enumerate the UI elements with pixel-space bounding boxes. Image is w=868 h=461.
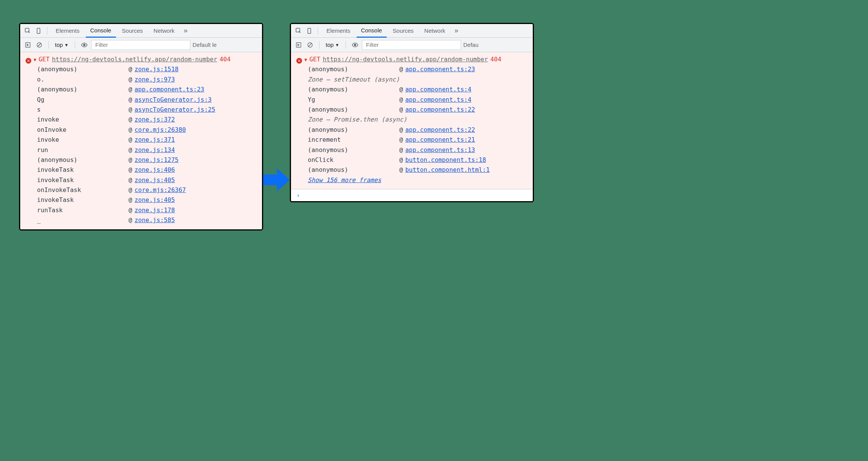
zone-async-label: Zone — Promise.then (async) — [291, 115, 533, 125]
stack-source-link[interactable]: app.component.ts:23 — [135, 85, 204, 94]
stack-source-link[interactable]: app.component.ts:13 — [405, 145, 475, 155]
toolbar-separator — [318, 27, 318, 35]
stack-function: (anonymous) — [37, 85, 129, 94]
error-header[interactable]: ✕ ▼ GET https://ng-devtools.netlify.app/… — [291, 54, 533, 64]
stack-source-link[interactable]: zone.js:405 — [135, 195, 175, 205]
at-symbol: @ — [129, 205, 132, 215]
filter-input[interactable] — [91, 40, 190, 50]
at-symbol: @ — [129, 175, 132, 185]
tab-network[interactable]: Network — [420, 24, 450, 38]
at-symbol: @ — [129, 195, 132, 205]
log-levels[interactable]: Default le — [193, 42, 217, 48]
stack-source-link[interactable]: zone.js:973 — [135, 75, 175, 85]
stack-source-link[interactable]: asyncToGenerator.js:25 — [135, 105, 215, 115]
stack-frame: (anonymous)@zone.js:1275 — [20, 155, 262, 165]
filter-input[interactable] — [362, 40, 461, 50]
at-symbol: @ — [399, 85, 403, 94]
stack-source-link[interactable]: zone.js:405 — [135, 175, 175, 185]
live-expression-icon[interactable] — [80, 40, 89, 50]
stack-function: runTask — [37, 205, 129, 215]
stack-source-link[interactable]: app.component.ts:22 — [405, 125, 475, 135]
devtools-panel-left: Elements Console Sources Network » top ▼… — [19, 23, 263, 230]
console-sidebar-toggle-icon[interactable] — [23, 40, 32, 50]
at-symbol: @ — [129, 64, 132, 74]
context-selector[interactable]: top ▼ — [324, 42, 341, 48]
stack-source-link[interactable]: app.component.ts:23 — [405, 64, 475, 74]
stack-function: s — [37, 105, 129, 115]
stack-function: invokeTask — [37, 175, 129, 185]
stack-source-link[interactable]: zone.js:585 — [135, 215, 175, 225]
device-toggle-icon[interactable] — [305, 26, 314, 35]
stack-source-link[interactable]: core.mjs:26380 — [135, 125, 186, 135]
tab-network[interactable]: Network — [149, 24, 179, 38]
stack-function: invokeTask — [37, 165, 129, 175]
stack-source-link[interactable]: zone.js:371 — [135, 135, 175, 145]
log-levels[interactable]: Defau — [463, 42, 479, 48]
stack-function: _ — [37, 215, 129, 225]
show-more-frames[interactable]: Show 156 more frames — [291, 175, 533, 185]
console-output: ✕ ▼ GET https://ng-devtools.netlify.app/… — [291, 52, 533, 189]
at-symbol: @ — [399, 95, 403, 105]
error-url[interactable]: https://ng-devtools.netlify.app/random-n… — [323, 54, 488, 64]
stack-source-link[interactable]: zone.js:372 — [135, 115, 175, 125]
at-symbol: @ — [399, 145, 403, 155]
stack-function: invokeTask — [37, 195, 129, 205]
tab-console[interactable]: Console — [86, 24, 116, 38]
stack-frame: runTask@zone.js:178 — [20, 205, 262, 215]
stack-source-link[interactable]: app.component.ts:21 — [405, 135, 475, 145]
stack-source-link[interactable]: zone.js:406 — [135, 165, 175, 175]
tab-console[interactable]: Console — [357, 24, 387, 38]
clear-console-icon[interactable] — [305, 40, 315, 50]
at-symbol: @ — [129, 115, 132, 125]
error-icon: ✕ — [26, 58, 31, 64]
stack-function: Qg — [37, 95, 129, 105]
subbar-separator — [75, 41, 75, 49]
at-symbol: @ — [399, 105, 403, 115]
stack-source-link[interactable]: asyncToGenerator.js:3 — [135, 95, 212, 105]
stack-source-link[interactable]: button.component.html:1 — [405, 165, 490, 175]
device-toggle-icon[interactable] — [34, 26, 43, 35]
at-symbol: @ — [129, 155, 132, 165]
at-symbol: @ — [129, 85, 132, 94]
stack-function: onInvoke — [37, 125, 129, 135]
stack-frame: invoke@zone.js:371 — [20, 135, 262, 145]
at-symbol: @ — [129, 185, 132, 195]
clear-console-icon[interactable] — [35, 40, 44, 50]
tab-sources[interactable]: Sources — [117, 24, 148, 38]
console-sidebar-toggle-icon[interactable] — [294, 40, 303, 50]
tab-elements[interactable]: Elements — [51, 24, 84, 38]
at-symbol: @ — [129, 95, 132, 105]
stack-source-link[interactable]: zone.js:178 — [135, 205, 175, 215]
collapse-triangle-icon[interactable]: ▼ — [304, 56, 307, 64]
at-symbol: @ — [399, 125, 403, 135]
inspect-icon[interactable] — [23, 26, 32, 35]
stack-function: (anonymous) — [37, 155, 129, 165]
error-header[interactable]: ✕ ▼ GET https://ng-devtools.netlify.app/… — [20, 54, 262, 64]
svg-point-5 — [84, 44, 85, 46]
stack-function: (anonymous) — [37, 64, 129, 74]
live-expression-icon[interactable] — [350, 40, 360, 50]
stack-frame: (anonymous)@app.component.ts:13 — [291, 145, 533, 155]
inspect-icon[interactable] — [294, 26, 303, 35]
stack-function: Yg — [308, 95, 399, 105]
stack-source-link[interactable]: app.component.ts:4 — [405, 95, 471, 105]
stack-source-link[interactable]: core.mjs:26367 — [135, 185, 186, 195]
tab-elements[interactable]: Elements — [322, 24, 355, 38]
stack-function: (anonymous) — [308, 125, 399, 135]
more-tabs-icon[interactable]: » — [181, 27, 191, 35]
console-prompt[interactable]: › — [291, 189, 533, 201]
stack-source-link[interactable]: app.component.ts:4 — [405, 85, 471, 94]
stack-source-link[interactable]: zone.js:134 — [135, 145, 175, 155]
stack-source-link[interactable]: zone.js:1275 — [135, 155, 179, 165]
collapse-triangle-icon[interactable]: ▼ — [34, 56, 36, 64]
stack-source-link[interactable]: app.component.ts:22 — [405, 105, 475, 115]
status-code: 404 — [220, 54, 231, 64]
svg-rect-7 — [308, 28, 311, 34]
error-url[interactable]: https://ng-devtools.netlify.app/random-n… — [52, 54, 217, 64]
stack-frame: increment@app.component.ts:21 — [291, 135, 533, 145]
stack-source-link[interactable]: zone.js:1518 — [135, 64, 179, 74]
tab-sources[interactable]: Sources — [388, 24, 418, 38]
context-selector[interactable]: top ▼ — [53, 42, 70, 48]
more-tabs-icon[interactable]: » — [452, 27, 461, 35]
stack-source-link[interactable]: button.component.ts:18 — [405, 155, 486, 165]
